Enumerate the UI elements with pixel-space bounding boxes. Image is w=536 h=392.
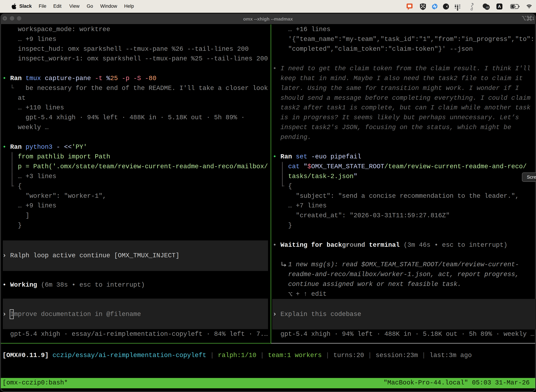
svg-text:1: 1 [532, 16, 534, 21]
svg-text:..61: ..61 [485, 6, 489, 9]
